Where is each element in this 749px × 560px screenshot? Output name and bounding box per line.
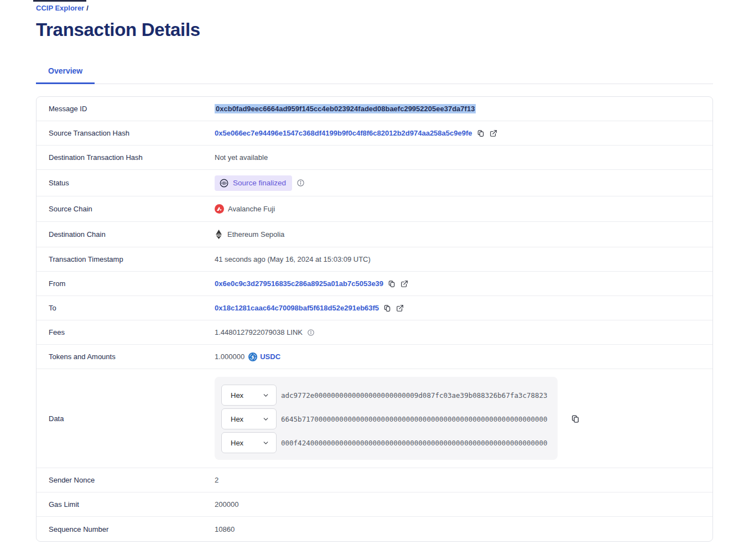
field-label: Source Transaction Hash — [37, 129, 215, 137]
field-label: Destination Transaction Hash — [37, 153, 215, 162]
row-to: To 0x18c1281caac64c70098baf5f618d52e291e… — [37, 296, 712, 320]
row-message-id: Message ID 0xcb0fad9eec6664ad959f145cc4e… — [37, 97, 712, 121]
data-line: Hex 000f42400000000000000000000000000000… — [221, 432, 551, 453]
chevron-down-icon — [262, 392, 269, 399]
info-icon[interactable] — [296, 179, 305, 187]
field-label: Transaction Timestamp — [37, 255, 215, 263]
tab-overview[interactable]: Overview — [36, 61, 95, 84]
data-hex-value: adc9772e0000000000000000000000009d087fc0… — [281, 391, 548, 400]
row-data: Data Hex adc9772e00000000000000000000000… — [37, 369, 712, 468]
source-tx-hash-link[interactable]: 0x5e066ec7e94496e1547c368df4199b9f0c4f8f… — [215, 129, 472, 137]
data-hex-value: 000f424000000000000000000000000000000000… — [281, 439, 548, 447]
sequence-number-value: 10860 — [215, 525, 235, 533]
row-gas-limit: Gas Limit 200000 — [37, 492, 712, 517]
data-line: Hex adc9772e0000000000000000000000009d08… — [221, 385, 551, 406]
finality-status-icon — [219, 178, 229, 188]
token-amount: 1.000000 — [215, 352, 245, 361]
breadcrumb-ccip-explorer-link[interactable]: CCIP Explorer — [36, 4, 84, 12]
row-tokens-amounts: Tokens and Amounts 1.000000 $ USDC — [37, 345, 712, 369]
usdc-icon: $ — [248, 352, 257, 361]
dest-chain-name: Ethereum Sepolia — [227, 230, 284, 238]
field-label: Sender Nonce — [37, 476, 215, 484]
info-icon[interactable] — [306, 329, 315, 336]
sender-nonce-value: 2 — [215, 476, 219, 484]
field-label: Status — [37, 179, 215, 187]
tab-bar: Overview — [36, 61, 713, 84]
data-hex-value: 6645b71700000000000000000000000000000000… — [281, 415, 548, 423]
copy-icon[interactable] — [570, 414, 580, 423]
breadcrumb-separator: / — [86, 4, 89, 12]
status-badge-label: Source finalized — [233, 179, 286, 187]
chevron-down-icon — [262, 416, 269, 423]
row-source-chain: Source Chain Avalanche Fuji — [37, 196, 712, 222]
field-label: Fees — [37, 328, 215, 336]
to-address-link[interactable]: 0x18c1281caac64c70098baf5f618d52e291eb63… — [215, 304, 379, 312]
hex-select-label: Hex — [231, 415, 243, 423]
hex-format-select[interactable]: Hex — [221, 408, 277, 429]
field-label: Gas Limit — [37, 500, 215, 509]
copy-icon[interactable] — [383, 304, 392, 312]
usdc-token-link[interactable]: $ USDC — [248, 352, 280, 361]
row-dest-chain: Destination Chain Ethereum Sepolia — [37, 222, 712, 247]
hex-select-label: Hex — [231, 391, 243, 400]
timestamp-value: 41 seconds ago (May 16, 2024 at 15:03:09… — [215, 255, 371, 263]
row-fees: Fees 1.4480127922079038 LINK — [37, 320, 712, 345]
field-label: From — [37, 279, 215, 288]
source-chain-name: Avalanche Fuji — [228, 205, 275, 213]
copy-icon[interactable] — [387, 279, 396, 288]
row-sequence-number: Sequence Number 10860 — [37, 517, 712, 541]
field-label: Destination Chain — [37, 230, 215, 238]
avalanche-fuji-icon — [215, 204, 224, 214]
row-source-tx-hash: Source Transaction Hash 0x5e066ec7e94496… — [37, 121, 712, 146]
message-id-value: 0xcb0fad9eec6664ad959f145cc4eb023924fade… — [215, 104, 476, 113]
page-title: Transaction Details — [36, 19, 713, 40]
external-link-icon[interactable] — [396, 304, 404, 312]
hex-format-select[interactable]: Hex — [221, 385, 277, 406]
row-dest-tx-hash: Destination Transaction Hash Not yet ava… — [37, 146, 712, 170]
row-timestamp: Transaction Timestamp 41 seconds ago (Ma… — [37, 247, 712, 272]
clipped-header-fragment — [33, 0, 86, 2]
field-label: To — [37, 304, 215, 312]
copy-icon[interactable] — [476, 129, 485, 137]
field-label: Source Chain — [37, 205, 215, 213]
field-label: Tokens and Amounts — [37, 352, 215, 361]
hex-select-label: Hex — [231, 439, 243, 447]
external-link-icon[interactable] — [400, 280, 409, 288]
data-hex-box: Hex adc9772e0000000000000000000000009d08… — [215, 377, 558, 460]
fees-value: 1.4480127922079038 LINK — [215, 328, 303, 336]
row-status: Status Source finalized — [37, 170, 712, 196]
status-badge: Source finalized — [215, 175, 292, 191]
field-label: Data — [37, 414, 215, 423]
ethereum-icon — [216, 230, 222, 239]
row-sender-nonce: Sender Nonce 2 — [37, 468, 712, 492]
transaction-details-page: CCIP Explorer/ Transaction Details Overv… — [0, 0, 749, 542]
external-link-icon[interactable] — [489, 129, 498, 137]
hex-format-select[interactable]: Hex — [221, 432, 277, 453]
breadcrumb: CCIP Explorer/ — [36, 0, 713, 12]
field-label: Sequence Number — [37, 525, 215, 533]
transaction-details-card: Message ID 0xcb0fad9eec6664ad959f145cc4e… — [36, 96, 713, 542]
from-address-link[interactable]: 0x6e0c9c3d279516835c286a8925a01ab7c5053e… — [215, 279, 383, 288]
token-symbol: USDC — [260, 352, 280, 361]
field-label: Message ID — [37, 105, 215, 113]
svg-text:$: $ — [252, 354, 254, 359]
row-from: From 0x6e0c9c3d279516835c286a8925a01ab7c… — [37, 272, 712, 296]
data-line: Hex 6645b7170000000000000000000000000000… — [221, 408, 551, 429]
gas-limit-value: 200000 — [215, 500, 238, 509]
dest-tx-hash-value: Not yet available — [215, 153, 268, 162]
chevron-down-icon — [262, 439, 269, 447]
